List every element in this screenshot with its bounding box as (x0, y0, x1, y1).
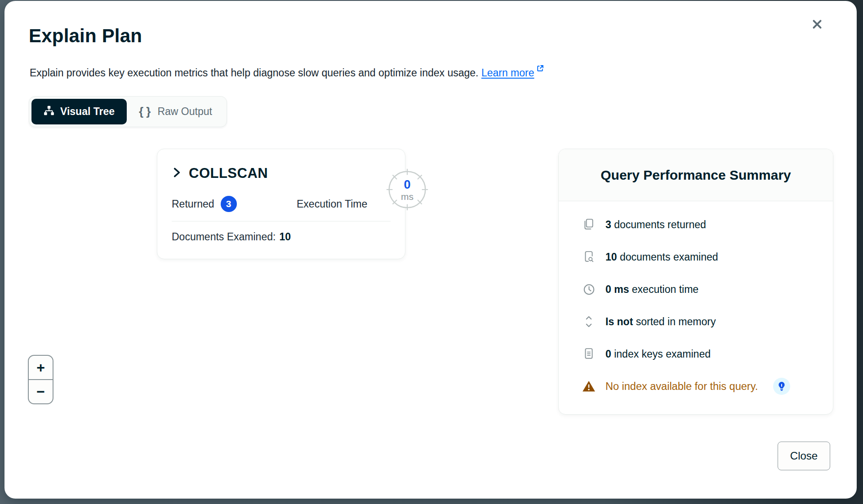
view-toggle: Visual Tree { } Raw Output (29, 96, 227, 127)
description-text: Explain provides key execution metrics t… (30, 67, 479, 79)
execution-time-label: Execution Time (297, 198, 367, 210)
documents-returned-icon (582, 218, 596, 231)
execution-time-gauge: 0 ms (386, 168, 429, 211)
no-index-warning: No index available for this query. (582, 370, 833, 402)
lightbulb-icon[interactable] (773, 378, 790, 395)
close-icon[interactable] (807, 14, 827, 34)
close-button[interactable]: Close (778, 442, 830, 470)
explain-plan-modal: Explain Plan Explain provides key execut… (4, 1, 857, 499)
zoom-controls: + − (28, 355, 53, 404)
clock-icon (582, 283, 596, 296)
sort-arrows-icon (582, 315, 596, 328)
summary-items: 3 documents returned 10 documents examin… (559, 201, 833, 402)
list-item: 0 ms execution time (582, 273, 833, 305)
stage-header: COLLSCAN (172, 165, 268, 181)
tab-visual-tree[interactable]: Visual Tree (31, 99, 127, 124)
zoom-out-button[interactable]: − (29, 380, 53, 403)
divider (172, 221, 391, 221)
documents-examined-label: Documents Examined: (172, 231, 276, 243)
summary-item-text: 10 documents examined (605, 251, 718, 263)
summary-item-text: 0 ms execution time (605, 283, 698, 296)
gauge-unit: ms (386, 191, 429, 202)
modal-description: Explain provides key execution metrics t… (30, 63, 544, 79)
warning-text: No index available for this query. (605, 380, 758, 393)
returned-label: Returned (172, 198, 214, 210)
chevron-right-icon[interactable] (172, 167, 182, 180)
list-item: 3 documents returned (582, 208, 833, 241)
stage-stats-row: Returned 3 Execution Time (172, 196, 391, 212)
tab-label: Raw Output (157, 106, 212, 118)
collscan-stage-card: COLLSCAN Returned 3 Execution Time Docum… (157, 149, 405, 259)
summary-item-text: 3 documents returned (605, 219, 706, 231)
document-search-icon (582, 251, 596, 263)
list-item: 0 index keys examined (582, 338, 833, 370)
external-link-icon (536, 63, 544, 75)
tab-label: Visual Tree (60, 106, 115, 118)
page-title: Explain Plan (29, 25, 142, 47)
query-performance-summary: Query Performance Summary 3 documents re… (558, 149, 833, 415)
tree-diagram-icon (44, 105, 54, 119)
list-item: 10 documents examined (582, 241, 833, 273)
gauge-value: 0 (386, 178, 429, 192)
documents-examined-row: Documents Examined:10 (172, 231, 291, 243)
list-item: Is not sorted in memory (582, 305, 833, 338)
summary-item-text: Is not sorted in memory (605, 316, 716, 328)
index-document-icon (582, 348, 596, 360)
summary-title: Query Performance Summary (559, 149, 833, 201)
curly-braces-icon: { } (139, 105, 151, 119)
returned-count-badge: 3 (221, 196, 237, 212)
warning-icon (582, 380, 596, 393)
zoom-in-button[interactable]: + (29, 356, 53, 379)
documents-examined-value: 10 (279, 231, 291, 243)
stage-name: COLLSCAN (189, 165, 268, 181)
tab-raw-output[interactable]: { } Raw Output (127, 99, 224, 124)
learn-more-link[interactable]: Learn more (481, 67, 534, 79)
summary-item-text: 0 index keys examined (605, 348, 711, 360)
